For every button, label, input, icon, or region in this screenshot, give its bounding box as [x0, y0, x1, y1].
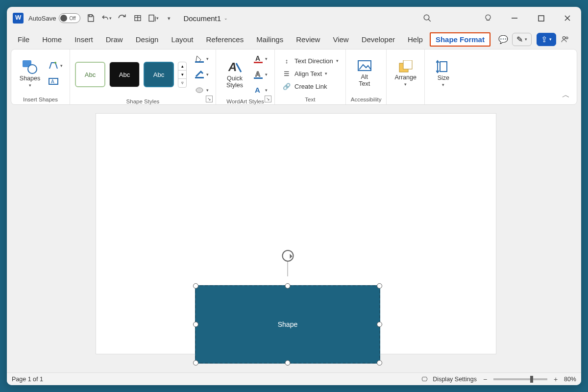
rectangle-shape[interactable]: Shape	[195, 285, 380, 364]
resize-handle-r[interactable]	[377, 322, 382, 327]
lightbulb-icon[interactable]	[477, 11, 499, 25]
maximize-button[interactable]	[530, 11, 552, 25]
group-label-insert-shapes: Insert Shapes	[16, 95, 65, 103]
alt-text-button[interactable]: Alt Text	[351, 59, 378, 89]
gallery-scroll: ▴ ▾ ▿	[178, 62, 187, 88]
page-indicator[interactable]: Page 1 of 1	[12, 376, 43, 383]
tab-draw[interactable]: Draw	[100, 32, 129, 47]
svg-rect-23	[254, 62, 263, 63]
text-outline-button[interactable]: A▾	[251, 68, 270, 81]
tab-view[interactable]: View	[327, 32, 354, 47]
group-text: ↕ Text Direction▾ ☰ Align Text▾ 🔗 Create…	[275, 49, 346, 104]
title-bar: AutoSave Off ▾ ▾ ▾ Document1 ⌄	[7, 7, 581, 29]
shape-styles-launcher[interactable]: ↘	[206, 96, 213, 102]
gallery-more-icon[interactable]: ▿	[178, 79, 186, 87]
tab-review[interactable]: Review	[290, 32, 326, 47]
size-label: Size	[438, 74, 449, 81]
redo-icon[interactable]	[117, 13, 127, 24]
text-effects-button[interactable]: A▾	[251, 84, 270, 97]
tab-layout[interactable]: Layout	[165, 32, 199, 47]
document-title[interactable]: Document1 ⌄	[183, 14, 228, 23]
editing-mode-button[interactable]: ✎▾	[512, 33, 532, 46]
create-link-button[interactable]: 🔗 Create Link	[280, 81, 329, 92]
zoom-level[interactable]: 80%	[564, 376, 576, 383]
close-button[interactable]	[557, 11, 578, 25]
edit-shape-button[interactable]: ▾	[47, 59, 65, 72]
svg-point-5	[424, 15, 429, 20]
display-settings-button[interactable]: Display Settings	[433, 376, 477, 383]
resize-handle-tl[interactable]	[193, 283, 198, 289]
save-icon[interactable]	[85, 13, 96, 24]
text-direction-label: Text Direction	[294, 57, 333, 65]
svg-text:A: A	[255, 54, 260, 62]
selected-shape[interactable]: Shape	[195, 285, 380, 364]
tab-home[interactable]: Home	[36, 32, 68, 47]
tab-design[interactable]: Design	[130, 32, 165, 47]
pen-icon: ✎	[516, 35, 523, 44]
document-workspace[interactable]: Shape	[7, 105, 581, 372]
resize-handle-br[interactable]	[377, 360, 382, 366]
svg-rect-8	[539, 16, 544, 21]
autosave-control[interactable]: AutoSave Off	[28, 13, 80, 23]
shape-effects-button[interactable]: ▾	[193, 84, 211, 97]
resize-handle-b[interactable]	[285, 360, 291, 366]
comments-icon[interactable]: 💬	[499, 35, 507, 43]
size-button[interactable]: Size ▾	[430, 59, 457, 88]
align-text-button[interactable]: ☰ Align Text▾	[280, 68, 329, 79]
group-wordart-styles: A Quick Styles A▾ A▾ A▾ WordArt Styles ↘	[216, 49, 275, 104]
tab-shape-format[interactable]: Shape Format	[430, 32, 490, 47]
zoom-thumb[interactable]	[530, 376, 533, 383]
qat-icon-2[interactable]: ▾	[148, 13, 159, 24]
tab-references[interactable]: References	[200, 32, 249, 47]
qat-icon-1[interactable]	[132, 13, 143, 24]
svg-line-6	[428, 19, 431, 22]
undo-icon[interactable]: ▾	[101, 13, 112, 24]
group-accessibility: Alt Text Accessibility	[346, 49, 387, 104]
zoom-out-button[interactable]: −	[482, 375, 489, 383]
style-swatch-3[interactable]: Abc	[144, 62, 174, 87]
gallery-up-icon[interactable]: ▴	[178, 62, 186, 71]
text-box-button[interactable]: A	[47, 75, 65, 88]
zoom-slider[interactable]	[493, 378, 547, 380]
shapes-button[interactable]: Shapes ▾	[16, 58, 44, 89]
text-fill-button[interactable]: A▾	[251, 52, 270, 65]
shape-text[interactable]: Shape	[278, 320, 297, 328]
group-arrange: Arrange ▾	[387, 49, 424, 104]
shape-fill-icon	[195, 54, 204, 63]
minimize-button[interactable]	[504, 11, 525, 25]
collapse-ribbon-icon[interactable]: ︿	[562, 90, 570, 100]
style-swatch-2[interactable]: Abc	[109, 62, 140, 87]
qat-overflow-icon[interactable]: ▾	[164, 13, 174, 24]
resize-handle-l[interactable]	[193, 322, 198, 327]
ribbon: Shapes ▾ ▾ A Insert Shapes Abc Abc	[11, 49, 577, 105]
resize-handle-tr[interactable]	[377, 283, 382, 289]
tab-mailings[interactable]: Mailings	[250, 32, 289, 47]
tab-insert[interactable]: Insert	[69, 32, 99, 47]
shape-style-gallery[interactable]: Abc Abc Abc ▴ ▾ ▿	[75, 62, 187, 88]
autosave-toggle[interactable]: Off	[59, 13, 80, 23]
shape-fill-button[interactable]: ▾	[193, 52, 211, 65]
arrange-button[interactable]: Arrange ▾	[392, 59, 419, 88]
quick-styles-button[interactable]: A Quick Styles	[221, 59, 248, 90]
resize-handle-bl[interactable]	[193, 360, 198, 366]
tab-developer[interactable]: Developer	[356, 32, 401, 47]
gallery-down-icon[interactable]: ▾	[178, 71, 186, 79]
text-direction-button[interactable]: ↕ Text Direction▾	[280, 55, 341, 66]
zoom-in-button[interactable]: +	[552, 375, 559, 383]
svg-text:A: A	[228, 60, 237, 74]
search-icon[interactable]	[416, 11, 438, 25]
tab-file[interactable]: File	[12, 32, 35, 47]
account-icon[interactable]	[561, 35, 569, 43]
style-swatch-1[interactable]: Abc	[75, 62, 105, 87]
share-button[interactable]: ⇪▾	[537, 33, 556, 46]
tab-help[interactable]: Help	[402, 32, 429, 47]
svg-point-14	[28, 65, 37, 74]
display-settings-icon[interactable]: 🖵	[421, 376, 428, 383]
rotate-knob-icon[interactable]	[282, 250, 294, 262]
ribbon-tabs: File Home Insert Draw Design Layout Refe…	[7, 29, 581, 49]
resize-handle-t[interactable]	[285, 283, 291, 289]
rotate-handle[interactable]	[288, 262, 288, 276]
svg-rect-19	[195, 77, 204, 78]
shape-outline-button[interactable]: ▾	[193, 68, 211, 81]
wordart-launcher[interactable]: ↘	[265, 96, 271, 102]
